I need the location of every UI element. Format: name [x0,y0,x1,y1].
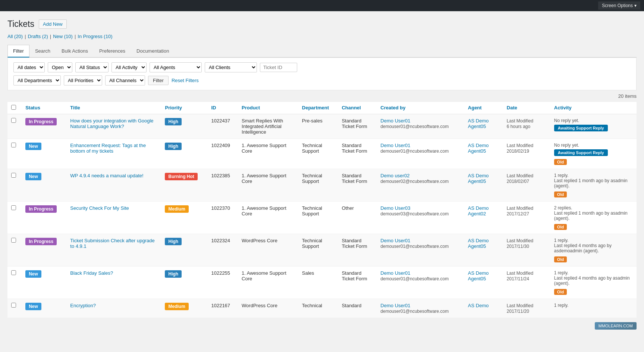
priority-cell: Medium [161,299,207,318]
agent-name-link[interactable]: AS Demo Agent05 [468,270,489,281]
product-column-header[interactable]: Product [238,102,298,114]
ticket-title-link[interactable]: Black Friday Sales? [70,270,113,276]
status-column-header[interactable]: Status [22,102,66,114]
created-by-name-link[interactable]: Demo User01 [380,238,410,243]
add-new-button[interactable]: Add New [39,19,67,29]
priority-column-header[interactable]: Priority [161,102,207,114]
title-column-header[interactable]: Title [66,102,161,114]
priority-badge: High [165,270,182,278]
created-by-name-link[interactable]: Demo User01 [380,270,410,276]
activity-detail: Last replied 1 month ago by asadmin (age… [554,178,633,189]
created-by-name-link[interactable]: Demo User03 [380,205,410,211]
channel-column-header[interactable]: Channel [338,102,377,114]
activity-cell: No reply yet.Awaiting Support Reply [550,114,637,138]
row-checkbox[interactable] [11,118,16,123]
date-label: Last Modified2017/11/30 [507,238,533,249]
agents-filter[interactable]: All Agents [150,62,202,72]
row-checkbox[interactable] [11,173,16,178]
table-row: In ProgressHow does your integration wit… [7,114,637,138]
title-cell: Security Check For My Site [66,201,161,234]
agent-name-link[interactable]: AS Demo [468,303,489,308]
ticket-title-link[interactable]: Security Check For My Site [70,205,129,211]
priority-cell: High [161,138,207,169]
content-area: Tickets Add New All (20) | Drafts (2) | … [0,11,644,325]
row-checkbox[interactable] [11,303,16,308]
channels-filter[interactable]: All Channels [105,75,145,85]
product-cell: WordPress Core [238,299,298,318]
created-by-name-link[interactable]: Demo User01 [380,118,410,124]
page-title: Tickets [7,19,34,30]
agent-name-link[interactable]: AS Demo Agent05 [468,173,489,184]
status-open-filter[interactable]: Open [48,62,72,72]
date-label: Last Modified2018/02/07 [507,173,533,184]
filter-button[interactable]: Filter [148,76,169,85]
id-cell: 1022167 [207,299,238,318]
channel-cell: Standard Ticket Form [338,114,377,138]
agent-column-header[interactable]: Agent [464,102,503,114]
filter-in-progress-link[interactable]: In Progress (10) [78,34,112,39]
agent-name-link[interactable]: AS Demo Agent02 [468,205,489,217]
screen-options-arrow: ▾ [634,3,637,8]
watermark: MMОLEARN.COM [595,322,637,330]
created-by-name-link[interactable]: Demo User01 [380,143,410,148]
agent-name-link[interactable]: AS Demo Agent05 [468,143,489,154]
departments-filter[interactable]: All Departments [13,75,61,85]
title-cell: Encryption? [66,299,161,318]
status-cell: New [22,299,66,318]
dates-filter[interactable]: All dates [13,62,45,72]
date-cell: Last Modified2017/11/30 [503,234,550,266]
department-cell: Technical [298,299,338,318]
row-checkbox[interactable] [11,143,16,147]
ticket-title-link[interactable]: WP 4.9.4 needs a manual update! [70,173,143,178]
product-cell: WordPress Core [238,234,298,266]
activity-text: 2 replies. [554,205,633,211]
created-by-column-header[interactable]: Created by [377,102,464,114]
tab-bulk-actions[interactable]: Bulk Actions [56,45,94,57]
tab-documentation[interactable]: Documentation [131,45,175,57]
tab-search[interactable]: Search [29,45,56,57]
clients-filter[interactable]: All Clients [205,62,257,72]
tab-filter[interactable]: Filter [7,45,29,57]
title-cell: Enhancement Request: Tags at the bottom … [66,138,161,169]
table-row: NewEncryption?Medium1022167WordPress Cor… [7,299,637,318]
activity-cell: 2 replies.Last replied 1 month ago by as… [550,201,637,234]
id-column-header[interactable]: ID [207,102,238,114]
row-checkbox[interactable] [11,238,16,243]
row-checkbox[interactable] [11,270,16,275]
department-column-header[interactable]: Department [298,102,338,114]
id-cell: 1022255 [207,266,238,299]
product-cell: Smart Replies With Integrated Artificial… [238,114,298,138]
activity-column-header[interactable]: Activity [550,102,637,114]
created-by-name-link[interactable]: Demo user02 [380,173,409,178]
agent-name-link[interactable]: AS Demo Agent05 [468,118,489,129]
screen-options-label: Screen Options [602,3,633,8]
ticket-title-link[interactable]: Encryption? [70,303,96,308]
date-cell: Last Modified2018/02/07 [503,169,550,201]
filter-drafts-link[interactable]: Drafts (2) [28,34,48,39]
ticket-title-link[interactable]: How does your integration with Google Na… [70,118,153,129]
reset-filters-link[interactable]: Reset Filters [172,78,199,83]
title-cell: Ticket Submission Check after upgrade to… [66,234,161,266]
agent-name-link[interactable]: AS Demo Agent05 [468,238,489,249]
agent-cell: AS Demo Agent05 [464,114,503,138]
channel-cell: Standard [338,299,377,318]
activity-text: 1 reply. [554,303,633,308]
status-badge: In Progress [25,118,57,125]
filter-new-link[interactable]: New (10) [53,34,73,39]
all-status-filter[interactable]: All Status [75,62,109,72]
screen-options-button[interactable]: Screen Options ▾ [598,1,640,10]
ticket-title-link[interactable]: Enhancement Request: Tags at the bottom … [70,143,146,154]
department-cell: Technical Support [298,201,338,234]
row-checkbox[interactable] [11,205,16,210]
select-all-checkbox[interactable] [11,105,16,110]
activity-filter[interactable]: All Activity [111,62,147,72]
date-column-header[interactable]: Date [503,102,550,114]
created-by-name-link[interactable]: Demo User01 [380,303,410,308]
activity-old-badge: Old [554,256,567,262]
filter-all-link[interactable]: All (20) [7,34,23,39]
tab-preferences[interactable]: Preferences [94,45,131,57]
filter-bar: All dates Open All Status All Activity A… [7,57,637,90]
ticket-title-link[interactable]: Ticket Submission Check after upgrade to… [70,238,154,249]
priorities-filter[interactable]: All Priorities [64,75,102,85]
ticket-id-input[interactable] [260,63,297,72]
